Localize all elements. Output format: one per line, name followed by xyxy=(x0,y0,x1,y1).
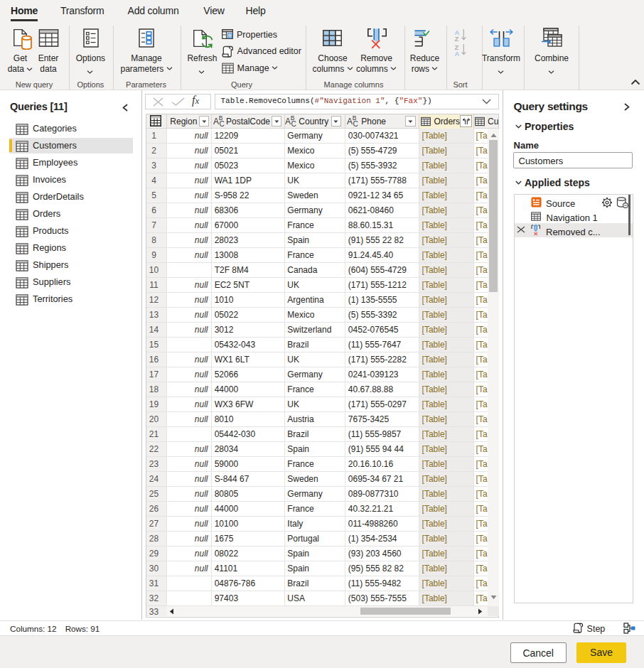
svg-text:C: C xyxy=(353,120,358,127)
svg-text:Z: Z xyxy=(454,35,458,43)
svg-text:C: C xyxy=(219,120,224,127)
svg-text:C: C xyxy=(291,120,296,127)
